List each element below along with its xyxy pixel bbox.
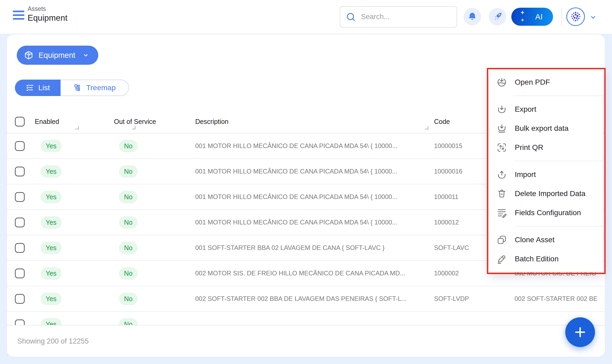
description-cell: 001 MOTOR HILLO MECÂNICO DE CANA PICADA … [193,168,432,175]
avatar-dots-logo [569,10,583,24]
menu-item-export[interactable]: Export [489,100,603,119]
menu-item-label: Delete Imported Data [515,189,585,198]
row-checkbox[interactable] [15,268,25,278]
topbar-divider [561,8,562,25]
view-toggle-list[interactable]: List [15,80,61,96]
menu-item-label: Bulk export data [515,124,568,133]
row-checkbox[interactable] [15,167,25,176]
batch-edition-icon [496,254,507,264]
column-header-description[interactable]: Description [193,118,432,125]
search-box[interactable] [340,6,457,28]
description-cell: 002 MOTOR SIS. DE FREIO HILLO MECÂNICO D… [193,270,432,277]
row-checkbox[interactable] [15,192,25,202]
out-of-service-badge: No [119,267,138,280]
open-pdf-icon [496,77,507,88]
out-of-service-badge: No [119,216,138,229]
menu-item-label: Batch Edition [515,255,559,263]
clone-icon [496,235,507,245]
fields-configuration-icon [496,207,507,218]
description-cell: 001 MOTOR HILLO MECÂNICO DE CANA PICADA … [193,193,432,201]
menu-item-clone-asset[interactable]: Clone Asset [489,230,603,249]
entity-selector-label: Equipment [39,51,75,60]
description-cell: 001 MOTOR HILLO MECÂNICO DE CANA PICADA … [193,219,432,226]
out-of-service-badge: No [119,318,138,325]
description-cell: 002 SOFT-STARTER 002 BBA DE LAVAGEM DAS … [193,295,432,302]
menu-item-delete-imported-data[interactable]: Delete Imported Data [489,184,603,203]
print-qr-icon [496,142,507,153]
view-toggle: List Treemap [15,80,129,96]
enabled-badge: Yes [41,140,62,152]
notifications-button[interactable] [464,8,481,25]
view-toggle-list-label: List [38,84,50,92]
rocket-icon [492,11,503,23]
menu-item-label: Import [515,170,536,179]
out-of-service-badge: No [119,165,138,178]
sparkles-icon [519,10,526,24]
enabled-badge: Yes [41,242,62,254]
account-avatar[interactable] [566,7,585,26]
search-input[interactable] [361,13,451,21]
code-cell: SOFT-LVDP [432,295,509,302]
menu-item-label: Export [515,105,536,114]
column-resize-handle[interactable] [75,126,79,129]
description-cell: 001 MOTOR HILLO MECÂNICO DE CANA PICADA … [193,142,432,150]
enabled-badge: Yes [41,216,62,229]
row-checkbox[interactable] [15,319,25,325]
menu-item-label: Clone Asset [515,236,554,244]
menu-item-fields-configuration[interactable]: Fields Configuration [489,203,603,222]
treemap-icon [73,83,82,92]
menu-divider [514,161,603,161]
column-resize-handle[interactable] [425,126,428,129]
bell-icon [467,11,478,22]
checklist-icon [26,83,35,92]
row-count-status: Showing 200 of 12255 [17,337,89,345]
menu-item-import[interactable]: Import [489,165,603,184]
row-checkbox[interactable] [15,294,25,304]
out-of-service-badge: No [119,140,138,152]
out-of-service-badge: No [119,242,138,254]
menu-item-label: Open PDF [515,78,550,86]
select-all-checkbox[interactable] [15,117,25,127]
package-box-icon [24,50,34,60]
plus-icon [573,325,587,339]
extra-cell: 002 SOFT-STARTER 002 BE [509,295,605,302]
description-cell: 001 SOFT-STARTER BBA 02 LAVAGEM DE CANA … [193,244,432,252]
menu-hamburger-icon[interactable] [13,11,25,23]
menu-divider [514,226,603,227]
chevron-down-icon [82,52,89,59]
page-title: Equipment [28,13,67,23]
table-row[interactable]: Yes No 002 SOFT-STARTER 002 BBA DE LAVAG… [7,286,605,312]
enabled-badge: Yes [41,293,62,305]
menu-item-label: Fields Configuration [515,209,581,217]
menu-item-print-qr[interactable]: Print QR [489,138,603,157]
more-options-menu: Open PDF Export Bulk export data [489,70,603,272]
entity-selector-button[interactable]: Equipment [17,46,98,65]
row-checkbox[interactable] [15,218,25,227]
breadcrumb: Assets [28,5,46,12]
enabled-badge: Yes [41,318,62,325]
import-icon [496,169,507,180]
menu-divider [514,96,603,96]
menu-item-batch-edition[interactable]: Batch Edition [489,249,603,268]
search-icon [346,12,356,22]
account-chevron-down-icon[interactable] [589,13,597,21]
row-checkbox[interactable] [15,141,25,151]
ai-assistant-button[interactable]: AI [511,8,553,26]
column-resize-handle[interactable] [132,126,135,129]
table-row[interactable]: Yes No [7,312,605,325]
whats-new-button[interactable] [489,8,506,25]
ai-button-label: AI [535,12,543,21]
enabled-badge: Yes [41,165,62,178]
enabled-badge: Yes [41,191,62,203]
out-of-service-badge: No [119,293,138,305]
menu-item-bulk-export[interactable]: Bulk export data [489,119,603,138]
column-header-enabled[interactable]: Enabled [33,118,112,125]
row-checkbox[interactable] [15,243,25,253]
enabled-badge: Yes [41,267,62,280]
column-header-out-of-service[interactable]: Out of Service [112,118,193,125]
topbar: Assets Equipment AI [0,0,612,34]
view-toggle-treemap[interactable]: Treemap [61,80,129,96]
add-asset-fab[interactable] [565,317,595,347]
menu-item-open-pdf[interactable]: Open PDF [489,73,603,92]
bulk-export-icon [496,123,507,134]
